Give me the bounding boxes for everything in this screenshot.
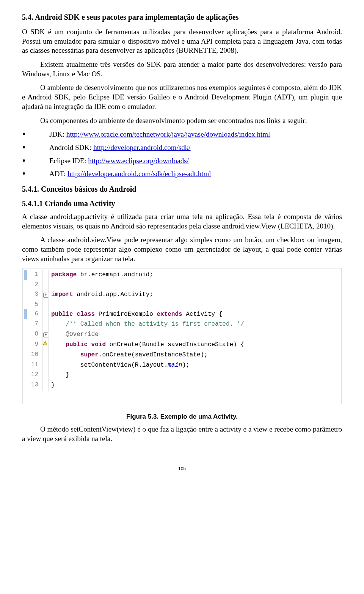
heading-5-4-1-1: 5.4.1.1 Criando uma Activity xyxy=(22,199,342,208)
jdk-link[interactable]: http://www.oracle.com/technetwork/java/j… xyxy=(66,130,270,138)
code-line: /** Called when the activity is first cr… xyxy=(49,319,340,329)
line-number: 2 xyxy=(27,280,42,290)
fold-gutter xyxy=(42,280,49,290)
link-label: JDK: xyxy=(49,130,66,138)
code-line: @Override xyxy=(49,329,340,340)
fold-gutter xyxy=(42,380,49,391)
change-marker xyxy=(24,380,27,391)
line-number: 7 xyxy=(27,319,42,329)
code-line: super.onCreate(savedInstanceState); xyxy=(49,350,340,360)
change-marker xyxy=(24,280,27,290)
eclipse-link[interactable]: http://www.eclipse.org/downloads/ xyxy=(88,157,188,165)
link-label: Android SDK: xyxy=(49,143,93,151)
line-number: 9 xyxy=(27,340,42,350)
line-number: 11 xyxy=(27,360,42,370)
fold-gutter xyxy=(42,370,49,380)
list-item: Eclipse IDE: http://www.eclipse.org/down… xyxy=(22,156,342,166)
link-label: Eclipse IDE: xyxy=(49,157,88,165)
code-line xyxy=(49,300,340,309)
line-number: 1 xyxy=(27,270,42,280)
warning-icon xyxy=(43,341,47,345)
line-number: 6 xyxy=(27,309,42,320)
code-line: public void onCreate(Bundle savedInstanc… xyxy=(49,340,340,350)
heading-5-4-1: 5.4.1. Conceitos básicos do Android xyxy=(22,184,342,194)
paragraph: O SDK é um conjunto de ferramentas utili… xyxy=(22,27,342,55)
fold-gutter xyxy=(42,360,49,370)
code-line: } xyxy=(49,380,340,391)
line-number: 10 xyxy=(27,350,42,360)
line-number: 3 xyxy=(27,290,42,300)
code-editor: 1package br.ercemapi.android;23+import a… xyxy=(24,270,340,391)
fold-gutter xyxy=(42,309,49,320)
fold-gutter xyxy=(42,319,49,329)
change-marker xyxy=(24,370,27,380)
change-marker xyxy=(24,300,27,309)
line-number: 12 xyxy=(27,370,42,380)
change-marker xyxy=(24,309,27,320)
heading-5-4: 5.4. Android SDK e seus pacotes para imp… xyxy=(22,12,342,22)
svg-marker-0 xyxy=(43,341,47,345)
code-line: } xyxy=(49,370,340,380)
list-item: Android SDK: http://developer.android.co… xyxy=(22,143,342,153)
paragraph: O método setContentView(view) é o que fa… xyxy=(22,425,342,443)
change-marker xyxy=(24,270,27,280)
link-list: JDK: http://www.oracle.com/technetwork/j… xyxy=(22,130,342,179)
code-line: public class PrimeiroExemplo extends Act… xyxy=(49,309,340,320)
link-label: ADT: xyxy=(49,170,67,178)
paragraph: Os componentes do ambiente de desenvolvi… xyxy=(22,116,342,126)
change-marker xyxy=(24,290,27,300)
fold-gutter xyxy=(42,340,49,350)
fold-gutter: + xyxy=(42,329,49,340)
code-line xyxy=(49,280,340,290)
adt-link[interactable]: http://developer.android.com/sdk/eclipse… xyxy=(67,170,211,178)
line-number: 8 xyxy=(27,329,42,340)
paragraph: Existem atualmente três versões do SDK p… xyxy=(22,60,342,79)
page-number: 105 xyxy=(22,466,342,472)
fold-gutter xyxy=(42,270,49,280)
fold-gutter xyxy=(42,350,49,360)
fold-gutter: + xyxy=(42,290,49,300)
code-line: import android.app.Activity; xyxy=(49,290,340,300)
paragraph: A classe android.view.View pode represen… xyxy=(22,235,342,263)
code-figure: 1package br.ercemapi.android;23+import a… xyxy=(22,268,342,404)
list-item: JDK: http://www.oracle.com/technetwork/j… xyxy=(22,130,342,139)
change-marker xyxy=(24,350,27,360)
android-sdk-link[interactable]: http://developer.android.com/sdk/ xyxy=(93,143,190,151)
fold-gutter xyxy=(42,300,49,309)
paragraph: A classe android.app.activity é utilizad… xyxy=(22,212,342,231)
fold-expand-icon[interactable]: + xyxy=(43,293,48,298)
fold-expand-icon[interactable]: + xyxy=(43,332,48,337)
change-marker xyxy=(24,329,27,340)
list-item: ADT: http://developer.android.com/sdk/ec… xyxy=(22,169,342,179)
code-line: setContentView(R.layout.main); xyxy=(49,360,340,370)
change-marker xyxy=(24,340,27,350)
line-number: 5 xyxy=(27,300,42,309)
change-marker xyxy=(24,319,27,329)
line-number: 13 xyxy=(27,380,42,391)
change-marker xyxy=(24,360,27,370)
code-line: package br.ercemapi.android; xyxy=(49,270,340,280)
figure-caption: Figura 5.3. Exemplo de uma Activity. xyxy=(22,413,342,421)
paragraph: O ambiente de desenvolvimento que nos ut… xyxy=(22,83,342,111)
